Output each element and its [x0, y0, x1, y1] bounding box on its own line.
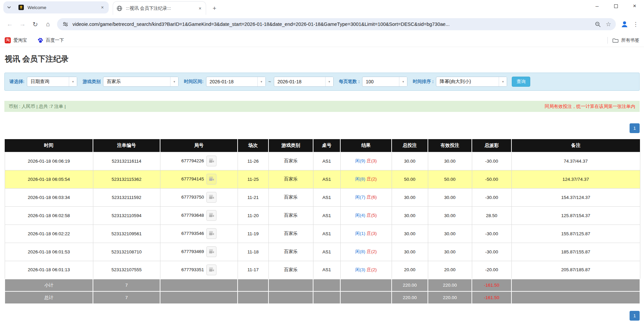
- filter-bar: 请选择: 日期查询 ▼ 游戏类别 百家乐 ▼ 时间区间: 2026-01-18 …: [4, 73, 640, 91]
- cell-payout: -30.00: [472, 152, 511, 170]
- cell-time: 2026-01-18 06:05:54: [5, 170, 93, 188]
- table-row: 2026-01-18 06:01:53 523132108710 6777934…: [5, 243, 640, 261]
- back-button[interactable]: ←: [3, 18, 16, 31]
- chevron-down-icon[interactable]: ▼: [170, 77, 178, 86]
- video-replay-button[interactable]: [206, 156, 216, 166]
- cell-total-bet: 30.00: [392, 206, 428, 224]
- cell-table-no: AS1: [313, 188, 340, 206]
- video-replay-button[interactable]: [206, 264, 216, 275]
- bookmark-star-icon[interactable]: ☆: [603, 19, 614, 30]
- cell-result: 闲(9)庄(3): [340, 152, 392, 170]
- video-camera-icon: [208, 212, 214, 218]
- taobao-icon: 淘: [5, 37, 11, 43]
- new-tab-button[interactable]: +: [209, 3, 219, 13]
- filter-label-date-range: 时间区间:: [184, 79, 204, 85]
- cell-total-bet: 30.00: [392, 224, 428, 243]
- url-bar[interactable]: videoie.com/game/betrecord_search/kind3?…: [57, 18, 616, 30]
- tab-search-button[interactable]: [3, 1, 15, 13]
- page-1-button[interactable]: 1: [630, 311, 640, 321]
- minimize-button[interactable]: ─: [588, 0, 606, 12]
- welcome-tab-favicon: [18, 4, 24, 10]
- search-button[interactable]: 查询: [512, 77, 530, 87]
- page-1-button[interactable]: 1: [630, 123, 640, 133]
- cell-session: 11-17: [238, 261, 268, 279]
- cell-session: 11-18: [238, 243, 268, 261]
- reload-button[interactable]: ↻: [29, 18, 42, 31]
- tab-close-button[interactable]: ×: [197, 5, 203, 11]
- folder-icon: [612, 37, 618, 43]
- video-camera-icon: [208, 249, 214, 255]
- table-row: 2026-01-18 06:02:22 523132109561 6777935…: [5, 224, 640, 243]
- sort-select[interactable]: 降幂(由大到小) ▼: [436, 77, 507, 87]
- bookmark-item-taobao[interactable]: 淘 爱淘宝: [5, 37, 27, 43]
- video-replay-button[interactable]: [206, 174, 216, 185]
- game-kind-select[interactable]: 百家乐 ▼: [103, 77, 179, 87]
- bookmark-label: 百度一下: [46, 37, 64, 43]
- cell-note: 155.87/125.87: [511, 224, 640, 243]
- cell-subtotal-label: 小计: [5, 279, 93, 291]
- cell-result: 闲(1)庄(3): [340, 224, 392, 243]
- cell-payout: -30.00: [472, 224, 511, 243]
- site-info-icon[interactable]: [62, 21, 69, 28]
- zoom-level-icon[interactable]: [592, 19, 603, 30]
- chevron-down-icon[interactable]: ▼: [257, 77, 265, 86]
- cell-session: 11-19: [238, 224, 268, 243]
- per-page-select[interactable]: 100 ▼: [362, 77, 407, 87]
- chevron-down-icon[interactable]: ▼: [499, 77, 507, 86]
- all-bookmarks-label: 所有书签: [621, 37, 639, 43]
- bookmark-item-baidu[interactable]: 百度一下: [37, 37, 64, 43]
- close-window-button[interactable]: ×: [625, 0, 644, 12]
- cell-total-valid-bet: 220.00: [428, 291, 472, 304]
- cell-bet-id: 523132108710: [93, 243, 160, 261]
- cell-game: 百家乐: [268, 170, 313, 188]
- filter-label-game-kind: 游戏类别: [83, 79, 101, 85]
- cell-payout: -50.00: [472, 170, 511, 188]
- cell-total-bet: 30.00: [392, 243, 428, 261]
- date-start-select[interactable]: 2026-01-18 ▼: [206, 77, 266, 87]
- cell-time: 2026-01-18 06:01:13: [5, 261, 93, 279]
- subtotal-row: 小计 7 220.00 220.00 -161.50: [5, 279, 640, 291]
- chevron-down-icon[interactable]: ▼: [325, 77, 333, 86]
- combobox-value: 2026-01-18: [274, 77, 325, 86]
- all-bookmarks-button[interactable]: 所有书签: [612, 37, 639, 43]
- tab-welcome[interactable]: Welcome ×: [15, 1, 108, 13]
- query-type-select[interactable]: 日期查询 ▼: [27, 77, 77, 87]
- maximize-icon: [614, 4, 618, 8]
- profile-avatar[interactable]: [618, 18, 631, 30]
- cell-session: 11-20: [238, 206, 268, 224]
- chevron-down-icon[interactable]: ▼: [399, 77, 407, 86]
- date-end-select[interactable]: 2026-01-18 ▼: [274, 77, 334, 87]
- cell-time: 2026-01-18 06:03:34: [5, 188, 93, 206]
- browser-menu-button[interactable]: ⋮: [631, 18, 641, 30]
- bet-records-table: 时间 注单编号 局号 场次 游戏类别 桌号 结果 总投注 有效投注 总派彩 备注…: [4, 139, 640, 304]
- column-header-bet-id: 注单编号: [93, 139, 160, 152]
- chevron-down-icon[interactable]: ▼: [69, 77, 77, 86]
- cell-round: 677793469: [160, 243, 238, 261]
- url-text[interactable]: videoie.com/game/betrecord_search/kind3?…: [72, 22, 592, 27]
- video-replay-button[interactable]: [206, 192, 216, 203]
- video-camera-icon: [208, 176, 214, 182]
- tab-close-button[interactable]: ×: [99, 4, 105, 10]
- cell-table-no: AS1: [313, 224, 340, 243]
- tab-betrecord[interactable]: :::视讯 会员下注纪录::: ×: [113, 1, 206, 15]
- bookmark-label: 爱淘宝: [13, 37, 27, 43]
- home-button[interactable]: ⌂: [42, 18, 54, 31]
- browser-toolbar: ← → ↻ ⌂ videoie.com/game/betrecord_searc…: [0, 15, 644, 34]
- video-replay-button[interactable]: [206, 246, 216, 257]
- cell-subtotal-total-bet: 220.00: [392, 279, 428, 291]
- maximize-button[interactable]: [606, 0, 625, 12]
- cell-note: 205.87/185.87: [511, 261, 640, 279]
- table-row: 2026-01-18 06:06:19 523132116114 6777942…: [5, 152, 640, 170]
- cell-note: 185.87/155.87: [511, 243, 640, 261]
- video-camera-icon: [208, 267, 214, 273]
- cell-table-no: AS1: [313, 261, 340, 279]
- video-replay-button[interactable]: [206, 210, 216, 221]
- cell-payout: -20.00: [472, 261, 511, 279]
- cell-round: 677794145: [160, 170, 238, 188]
- cell-subtotal-valid-bet: 220.00: [428, 279, 472, 291]
- combobox-value: 百家乐: [103, 77, 170, 86]
- video-replay-button[interactable]: [206, 228, 216, 239]
- video-camera-icon: [208, 158, 214, 164]
- cell-payout: 28.50: [472, 206, 511, 224]
- forward-button[interactable]: →: [16, 18, 29, 31]
